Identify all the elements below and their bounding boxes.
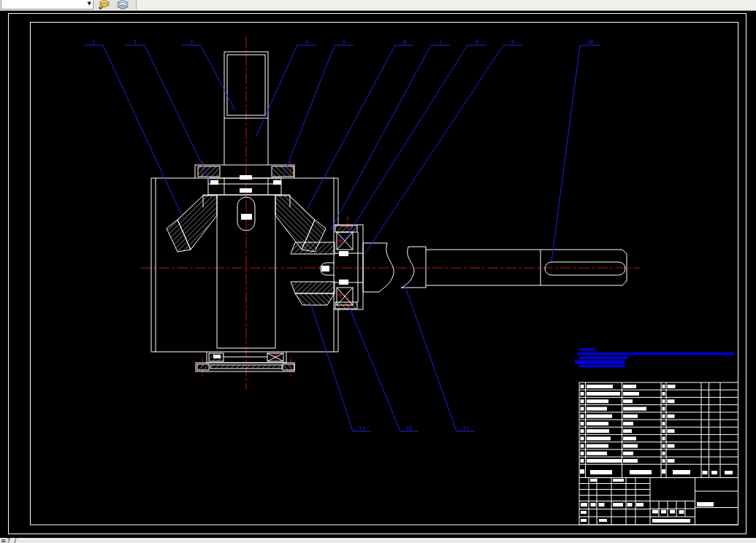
technical-requirements-text — [575, 348, 734, 368]
tech-req-line-5 — [579, 365, 625, 368]
tech-req-line-4 — [575, 361, 625, 364]
svg-text:9: 9 — [511, 39, 514, 45]
layer-combo[interactable]: ▼ — [1, 0, 93, 9]
sheet-border-frames — [9, 14, 747, 534]
title-block-text-blobs — [580, 385, 733, 523]
svg-text:2: 2 — [134, 39, 137, 45]
svg-text:5: 5 — [343, 39, 345, 45]
layer-properties-manager-icon[interactable] — [115, 0, 130, 9]
callout-11: 11 — [404, 283, 475, 431]
svg-text:7: 7 — [439, 39, 442, 45]
title-block-table — [579, 382, 738, 525]
callout-12: 12 — [349, 307, 419, 431]
status-text: ≡? / — [1, 538, 17, 543]
cad-model-space[interactable]: 12345678910111213 — [0, 0, 756, 543]
status-strip: ≡? / — [0, 538, 756, 543]
callout-4: 4 — [256, 39, 316, 137]
callout-8: 8 — [344, 39, 486, 241]
tech-req-line-1 — [579, 348, 595, 351]
callout-10: 10 — [551, 39, 600, 261]
callout-6: 6 — [307, 39, 414, 209]
svg-text:1: 1 — [92, 39, 95, 45]
balloon-callouts: 12345678910111213 — [84, 39, 600, 431]
svg-text:8: 8 — [476, 39, 478, 45]
svg-text:4: 4 — [305, 39, 308, 45]
callout-13: 13 — [310, 301, 371, 431]
make-objects-layer-current-icon[interactable] — [97, 0, 112, 9]
gearbox-assembly-drawing — [151, 52, 627, 371]
tech-req-line-2 — [577, 353, 734, 355]
svg-text:12: 12 — [406, 425, 412, 431]
callout-5: 5 — [283, 39, 354, 175]
callout-7: 7 — [330, 39, 450, 231]
svg-text:13: 13 — [359, 425, 364, 431]
svg-text:6: 6 — [403, 39, 406, 45]
toolbar-strip: ▼ — [0, 0, 756, 11]
callout-2: 2 — [126, 39, 210, 180]
tech-req-line-3 — [579, 357, 628, 360]
svg-text:11: 11 — [462, 425, 468, 431]
application-window: { "window": { "toolbar": { "layer_combo_… — [0, 0, 756, 543]
layers-toolbar: ▼ — [0, 0, 137, 9]
svg-text:10: 10 — [587, 39, 593, 45]
chevron-down-icon[interactable]: ▼ — [88, 1, 91, 6]
callout-1: 1 — [84, 39, 184, 220]
svg-text:3: 3 — [190, 39, 193, 45]
callout-9: 9 — [365, 39, 522, 253]
